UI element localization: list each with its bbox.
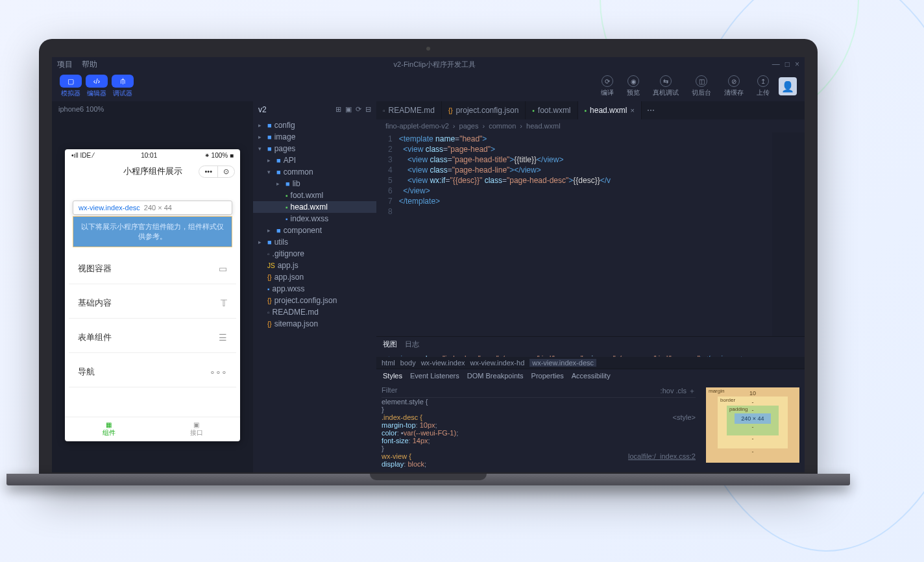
highlighted-element[interactable]: 以下将展示小程序官方组件能力，组件样式仅供参考。 [73, 216, 232, 247]
menu-project[interactable]: 项目 [57, 59, 73, 70]
styles-tab-listeners[interactable]: Event Listeners [410, 372, 459, 380]
tab-overflow[interactable]: ⋯ [642, 101, 660, 119]
status-time: 10:01 [141, 152, 157, 159]
wxml-icon: ▪ [532, 107, 535, 114]
json-icon: {} [267, 274, 272, 281]
wxml-icon: ▪ [286, 192, 288, 199]
box-model: margin10 border- padding- 240 × 44 - - - [701, 382, 805, 472]
folder-icon: ■ [276, 168, 281, 176]
styles-tab-props[interactable]: Properties [531, 372, 564, 380]
wxss-icon: ▪ [286, 215, 288, 223]
line-gutter: 12345678 [376, 132, 399, 336]
mode-simulator[interactable]: ▢模拟器 [60, 75, 82, 98]
titlebar: 项目 帮助 v2-FinClip小程序开发工具 — □ × [52, 57, 805, 71]
elements-tree[interactable]: ▸<wx-image class="index-logo" src="../re… [376, 352, 805, 357]
tree-file-head-wxml[interactable]: ▪head.wxml [253, 201, 376, 213]
tree-file-app-wxss[interactable]: ▪app.wxss [253, 283, 376, 295]
maximize-icon[interactable]: □ [785, 60, 790, 69]
tabbar-api[interactable]: ▣接口 [152, 417, 240, 441]
action-background[interactable]: ◫切后台 [692, 75, 711, 97]
close-icon[interactable]: × [795, 60, 799, 69]
ide-screen: 项目 帮助 v2-FinClip小程序开发工具 — □ × ▢模拟器 ‹/›编辑… [52, 57, 805, 472]
devtools-panel: 视图 日志 ▸<wx-image class="index-logo" src=… [376, 336, 805, 472]
minimap[interactable] [772, 132, 805, 336]
app-title: 小程序组件展示 [123, 165, 182, 177]
explorer-root: v2 [258, 105, 267, 114]
action-compile[interactable]: ⟳编译 [601, 75, 614, 97]
editor-area: ▫README.md {}project.config.json ▪foot.w… [376, 101, 805, 472]
tree-file-gitignore[interactable]: ▫.gitignore [253, 248, 376, 260]
tree-folder-image[interactable]: ▸■image [253, 131, 376, 143]
action-preview[interactable]: ◉预览 [627, 75, 640, 97]
status-signal: •ıll IDE ⁄ [71, 152, 94, 159]
tree-file-app-json[interactable]: {}app.json [253, 271, 376, 283]
grid-icon: ▦ [65, 421, 152, 428]
mode-editor[interactable]: ‹/›编辑器 [86, 75, 108, 98]
action-upload[interactable]: ↥上传 [757, 75, 770, 97]
tree-folder-utils[interactable]: ▸■utils [253, 236, 376, 248]
minimize-icon[interactable]: — [772, 60, 780, 69]
editor-tabs: ▫README.md {}project.config.json ▪foot.w… [376, 101, 805, 119]
container-icon: ▭ [219, 263, 227, 274]
folder-icon: ■ [276, 226, 281, 234]
wxml-icon: ▪ [286, 204, 288, 211]
tab-readme[interactable]: ▫README.md [376, 101, 442, 119]
avatar[interactable]: 👤 [779, 77, 797, 95]
simulator-device-label: iphone6 100% [52, 101, 253, 117]
list-item-view[interactable]: 视图容器▭ [69, 254, 236, 284]
json-icon: {} [448, 107, 453, 114]
styles-tab-dom[interactable]: DOM Breakpoints [467, 372, 524, 380]
styles-filter[interactable]: Filter [382, 386, 397, 396]
tab-close-icon[interactable]: × [630, 106, 634, 114]
list-item-form[interactable]: 表单组件☰ [69, 323, 236, 353]
chip-icon: ▣ [152, 421, 240, 428]
tabbar-component[interactable]: ▦组件 [65, 417, 152, 441]
styles-tab-styles[interactable]: Styles [383, 372, 402, 380]
more-icon: ∘∘∘ [210, 367, 227, 377]
folder-icon: ■ [267, 121, 272, 129]
tab-head-wxml[interactable]: ▪head.wxml× [578, 101, 642, 119]
devtools-tab-elements[interactable]: 视图 [383, 339, 397, 349]
capsule-button[interactable]: •••⊙ [199, 165, 235, 178]
folder-icon: ■ [286, 180, 290, 188]
tree-file-sitemap[interactable]: {}sitemap.json [253, 318, 376, 330]
folder-icon: ■ [276, 156, 281, 164]
tree-folder-common[interactable]: ▾■common [253, 166, 376, 178]
folder-icon: ■ [267, 133, 272, 141]
new-folder-icon[interactable]: ▣ [345, 105, 352, 114]
tree-file-foot-wxml[interactable]: ▪foot.wxml [253, 189, 376, 201]
menu-help[interactable]: 帮助 [82, 59, 97, 70]
action-cache[interactable]: ⊘清缓存 [724, 75, 744, 97]
list-item-nav[interactable]: 导航∘∘∘ [69, 357, 236, 387]
wxml-icon: ▪ [585, 107, 587, 114]
file-explorer: v2 ⊞ ▣ ⟳ ⊟ ▸■config ▸■image ▾■pages ▸■AP… [253, 101, 376, 472]
status-battery: ⁕ 100% ■ [204, 152, 234, 159]
md-icon: ▫ [267, 309, 270, 316]
styles-pane[interactable]: Filter:hov .cls ＋ element.style { } .ind… [376, 382, 701, 472]
tree-folder-pages[interactable]: ▾■pages [253, 143, 376, 154]
styles-tab-a11y[interactable]: Accessibility [572, 372, 611, 380]
elements-breadcrumb[interactable]: htmlbodywx-view.indexwx-view.index-hdwx-… [376, 357, 805, 369]
md-icon: ▫ [383, 107, 385, 114]
tab-project-config[interactable]: {}project.config.json [442, 101, 526, 119]
tree-folder-api[interactable]: ▸■API [253, 154, 376, 166]
tree-file-project-config[interactable]: {}project.config.json [253, 295, 376, 306]
styles-hov[interactable]: :hov .cls ＋ [661, 386, 696, 396]
tab-foot-wxml[interactable]: ▪foot.wxml [526, 101, 578, 119]
tree-file-app-js[interactable]: JSapp.js [253, 260, 376, 271]
list-item-content[interactable]: 基础内容𝕋 [69, 288, 236, 319]
tree-folder-config[interactable]: ▸■config [253, 119, 376, 131]
new-file-icon[interactable]: ⊞ [335, 105, 341, 114]
tree-folder-component[interactable]: ▸■component [253, 225, 376, 236]
tree-file-readme[interactable]: ▫README.md [253, 306, 376, 318]
simulator-panel: iphone6 100% •ıll IDE ⁄ 10:01 ⁕ 100% ■ 小… [52, 101, 253, 472]
code-editor[interactable]: 12345678 <template name="head"> <view cl… [376, 132, 805, 336]
tree-folder-lib[interactable]: ▸■lib [253, 178, 376, 189]
folder-icon: ■ [267, 145, 272, 153]
devtools-tab-console[interactable]: 日志 [405, 339, 419, 349]
mode-debugger[interactable]: ⫛调试器 [112, 75, 134, 98]
tree-file-index-wxss[interactable]: ▪index.wxss [253, 213, 376, 225]
action-remote[interactable]: ⇆真机调试 [653, 75, 679, 97]
refresh-icon[interactable]: ⟳ [356, 105, 361, 114]
collapse-icon[interactable]: ⊟ [365, 105, 371, 114]
